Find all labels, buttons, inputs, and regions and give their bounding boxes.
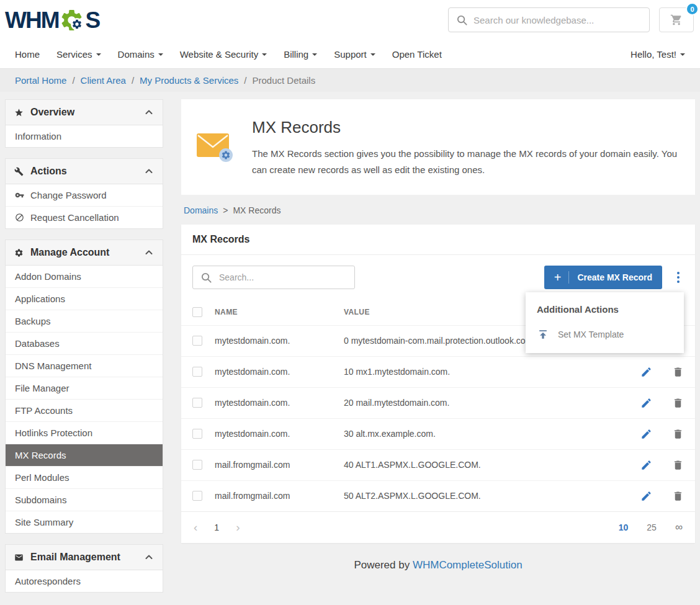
nav-label: Home	[15, 49, 40, 60]
sidebar-item-autoresponders[interactable]: Autoresponders	[6, 570, 163, 592]
module-breadcrumb-link-domains[interactable]: Domains	[184, 205, 218, 215]
nav-item-open-ticket[interactable]: Open Ticket	[392, 49, 442, 60]
sidebar-item-label: Backups	[15, 316, 51, 326]
row-checkbox[interactable]	[192, 429, 202, 439]
row-checkbox[interactable]	[192, 336, 202, 346]
nav-item-website-security[interactable]: Website & Security	[180, 49, 267, 60]
delete-record-button[interactable]	[672, 428, 684, 440]
envelope-icon	[14, 553, 24, 562]
sidebar-panel-manage-account: Manage Account Addon Domains Application…	[5, 240, 163, 534]
edit-record-button[interactable]	[640, 490, 652, 502]
nav-item-support[interactable]: Support	[334, 49, 375, 60]
more-options-button[interactable]	[673, 269, 684, 286]
sidebar-item-hotlinks-protection[interactable]: Hotlinks Protection	[6, 422, 163, 444]
record-value: 20 mail.mytestdomain.com.	[333, 387, 612, 418]
search-icon	[456, 14, 468, 26]
panel-header-actions[interactable]: Actions	[6, 159, 163, 184]
card-title: MX Records	[181, 225, 695, 255]
sidebar-item-information[interactable]: Information	[6, 125, 163, 147]
caret-down-icon	[96, 53, 101, 56]
nav-label: Open Ticket	[392, 49, 442, 60]
trash-icon	[672, 490, 684, 502]
sidebar-item-label: Request Cancellation	[30, 212, 119, 223]
pencil-icon	[640, 366, 652, 378]
nav-item-services[interactable]: Services	[56, 49, 101, 60]
edit-record-button[interactable]	[640, 428, 652, 440]
delete-record-button[interactable]	[672, 397, 684, 409]
nav-item-domains[interactable]: Domains	[118, 49, 163, 60]
select-all-checkbox[interactable]	[192, 307, 202, 317]
breadcrumb-link-client-area[interactable]: Client Area	[81, 75, 126, 86]
pagination-prev-icon[interactable]: ‹	[194, 521, 197, 533]
sidebar-item-label: File Manager	[15, 383, 70, 393]
sidebar-item-file-manager[interactable]: File Manager	[6, 377, 163, 400]
cart-icon	[670, 14, 683, 26]
page-size-10[interactable]: 10	[619, 522, 629, 532]
row-checkbox[interactable]	[192, 398, 202, 408]
cart-button[interactable]: 0	[659, 7, 694, 32]
kebab-dot	[677, 276, 680, 279]
sidebar-item-request-cancellation[interactable]: Request Cancellation	[6, 207, 163, 228]
delete-record-button[interactable]	[672, 366, 684, 378]
breadcrumb-link-products-services[interactable]: My Products & Services	[140, 75, 238, 86]
mx-records-card: MX Records + Create MX Record	[181, 225, 695, 543]
sidebar-item-backups[interactable]: Backups	[6, 310, 163, 333]
create-mx-record-button[interactable]: + Create MX Record	[544, 266, 662, 289]
sidebar-item-dns-management[interactable]: DNS Management	[6, 355, 163, 377]
row-checkbox[interactable]	[192, 460, 202, 470]
page-size-25[interactable]: 25	[647, 522, 657, 532]
whmcs-logo[interactable]: WHM S	[5, 7, 99, 33]
sidebar-item-site-summary[interactable]: Site Summary	[6, 511, 163, 533]
powered-by-text: Powered by	[354, 559, 410, 571]
breadcrumb-link-portal-home[interactable]: Portal Home	[15, 75, 66, 86]
sidebar-item-label: Subdomains	[15, 495, 66, 505]
edit-record-button[interactable]	[640, 366, 652, 378]
record-value: 30 alt.mx.example.com.	[333, 418, 612, 449]
row-checkbox[interactable]	[192, 491, 202, 501]
nav-item-home[interactable]: Home	[15, 49, 40, 60]
pagination-next-icon[interactable]: ›	[236, 521, 240, 533]
record-name: mytestdomain.com.	[204, 356, 333, 387]
table-row: mytestdomain.com. 20 mail.mytestdomain.c…	[181, 387, 695, 418]
sidebar-item-ftp-accounts[interactable]: FTP Accounts	[6, 400, 163, 422]
sidebar-item-addon-domains[interactable]: Addon Domains	[6, 266, 163, 288]
column-header-name: NAME	[204, 298, 333, 326]
delete-record-button[interactable]	[672, 459, 684, 471]
page-size-all[interactable]: ∞	[675, 521, 683, 534]
knowledgebase-search-input[interactable]	[448, 7, 650, 32]
trash-icon	[672, 397, 684, 409]
sidebar-item-applications[interactable]: Applications	[6, 288, 163, 310]
delete-record-button[interactable]	[672, 490, 684, 502]
module-breadcrumb-current: MX Records	[233, 205, 280, 215]
caret-down-icon	[312, 53, 317, 56]
dropdown-title: Additional Actions	[526, 296, 684, 322]
table-row: mytestdomain.com. 10 mx1.mytestdomain.co…	[181, 356, 695, 387]
nav-label: Website & Security	[180, 49, 258, 60]
nav-item-billing[interactable]: Billing	[284, 49, 317, 60]
trash-icon	[672, 428, 684, 440]
menu-item-set-mx-template[interactable]: Set MX Template	[526, 322, 684, 347]
row-checkbox[interactable]	[192, 367, 202, 377]
table-search-input[interactable]	[192, 266, 355, 289]
record-value: 50 ALT2.ASPMX.L.GOOGLE.COM.	[333, 480, 612, 511]
panel-header-manage-account[interactable]: Manage Account	[6, 240, 163, 266]
record-name: mail.fromgmail.com	[204, 480, 333, 511]
sidebar-item-mx-records[interactable]: MX Records	[6, 444, 163, 467]
sidebar-item-perl-modules[interactable]: Perl Modules	[6, 467, 163, 489]
sidebar-item-change-password[interactable]: Change Password	[6, 184, 163, 207]
whmcompletesolution-link[interactable]: WHMCompleteSolution	[413, 559, 523, 571]
record-value: 40 ALT1.ASPMX.L.GOOGLE.COM.	[333, 449, 612, 480]
sidebar-item-label: Change Password	[30, 190, 107, 200]
edit-record-button[interactable]	[640, 459, 652, 471]
sidebar-item-label: Site Summary	[15, 517, 73, 527]
upload-icon	[537, 328, 549, 341]
table-row: mail.fromgmail.com 50 ALT2.ASPMX.L.GOOGL…	[181, 480, 695, 511]
breadcrumb-separator: /	[244, 75, 246, 86]
user-menu[interactable]: Hello, Test!	[630, 49, 685, 60]
pagination-page-1[interactable]: 1	[214, 522, 219, 532]
panel-header-overview[interactable]: Overview	[6, 100, 163, 125]
edit-record-button[interactable]	[640, 397, 652, 409]
sidebar-item-subdomains[interactable]: Subdomains	[6, 489, 163, 511]
sidebar-item-databases[interactable]: Databases	[6, 333, 163, 355]
panel-header-email-management[interactable]: Email Management	[6, 545, 163, 570]
